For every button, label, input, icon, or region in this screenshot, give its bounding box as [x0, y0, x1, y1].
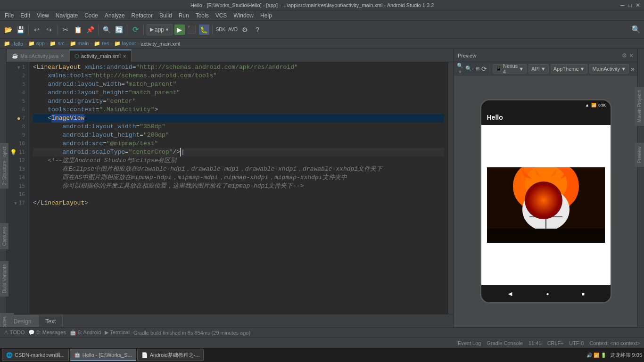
toolbar-cut-btn[interactable]: ✂	[60, 25, 71, 35]
wifi-icon: ▲	[585, 103, 589, 107]
taskbar-hello[interactable]: 🤖 Hello - [E:\Works_S...	[70, 349, 136, 361]
breadcrumb-item[interactable]: 📁	[4, 41, 10, 47]
sidebar-item-preview[interactable]: Preview	[635, 143, 644, 167]
preview-settings-icon[interactable]: ⚙	[622, 52, 627, 59]
menu-bar: File Edit View Navigate Code Analyze Ref…	[0, 10, 644, 21]
breadcrumb: 📁 Hello > 📁 app > 📁 src > 📁 main > 📁 res…	[0, 39, 644, 49]
nav-recent-icon: ■	[582, 291, 585, 296]
bc-hello[interactable]: Hello	[11, 41, 23, 47]
toolbar-search-btn[interactable]: 🔍	[631, 25, 641, 35]
bc-layout[interactable]: 📁 layout	[114, 41, 136, 47]
preview-header: Preview ⚙ ✕	[454, 49, 637, 62]
preview-zoom-in[interactable]: 🔍+	[457, 64, 463, 74]
menu-refactor[interactable]: Refactor	[129, 11, 156, 20]
api-dropdown[interactable]: API ▼	[528, 64, 549, 74]
build-status-text: Gradle build finished in 8s 854ms (29 mi…	[133, 330, 250, 336]
preview-fit[interactable]: ⊞	[476, 64, 479, 74]
preview-refresh[interactable]: ⟳	[481, 64, 487, 74]
activity-dropdown[interactable]: MainActivity ▼	[589, 64, 629, 74]
messages-btn[interactable]: 💬 0: Messages	[28, 329, 66, 336]
taskbar-csdn[interactable]: 🌐 CSDN-markdown编...	[2, 349, 69, 361]
svg-point-13	[549, 199, 559, 206]
debug-button[interactable]: 🐛	[199, 25, 209, 35]
code-line-7: <ImageView	[33, 114, 444, 123]
code-line-17: </LinearLayout>	[33, 199, 444, 207]
phone-content	[481, 125, 611, 285]
gradle-console-btn[interactable]: Gradle Console	[487, 340, 522, 346]
menu-tools[interactable]: Tools	[193, 11, 212, 20]
nav-home-icon: ●	[546, 291, 549, 296]
bottom-tab-text[interactable]: Text	[38, 315, 63, 327]
signal-icon: 📶	[591, 103, 596, 107]
menu-window[interactable]: Window	[231, 11, 256, 20]
gutter-line-11: 💡11	[7, 148, 29, 156]
tab-close-mainactivity[interactable]: ✕	[60, 53, 64, 58]
bc-res[interactable]: 📁 res	[94, 41, 109, 47]
bc-file[interactable]: activity_main.xml	[141, 41, 181, 47]
menu-code[interactable]: Code	[82, 11, 101, 20]
gutter-line-6: 6	[7, 106, 29, 114]
toolbar-redo-btn[interactable]: ↪	[44, 25, 54, 35]
svg-point-15	[552, 201, 556, 205]
device-dropdown[interactable]: 📱 Nexus 4 ▼	[493, 64, 527, 74]
sidebar-item-build-variants[interactable]: Build Variants	[0, 261, 8, 296]
tab-close-activity-main[interactable]: ✕	[123, 54, 126, 59]
toolbar-paste-btn[interactable]: 📌	[85, 25, 95, 35]
menu-edit[interactable]: Edit	[17, 11, 33, 20]
toolbar-help-btn[interactable]: ?	[252, 25, 263, 35]
android-btn[interactable]: 🤖 6: Android	[70, 329, 101, 336]
toolbar-sync-btn[interactable]: ⟳	[130, 25, 140, 35]
menu-file[interactable]: File	[2, 11, 17, 20]
close-button[interactable]: ✕	[636, 2, 640, 8]
taskbar-time: 龙龙终策 9:05	[610, 352, 642, 359]
app-dropdown[interactable]: ▶ app ▼	[147, 24, 173, 35]
toolbar-sep-5	[143, 25, 144, 35]
menu-navigate[interactable]: Navigate	[53, 11, 81, 20]
toolbar-settings-btn[interactable]: ⚙	[240, 25, 250, 35]
code-line-5: android:gravity="center"	[33, 97, 444, 106]
sidebar-item-structure[interactable]: 2: Structure	[0, 157, 8, 189]
theme-dropdown[interactable]: AppTheme ▼	[551, 64, 588, 74]
menu-view[interactable]: View	[34, 11, 52, 20]
todo-btn[interactable]: ⚠ TODO	[4, 329, 25, 336]
toolbar-sep-2	[57, 25, 58, 35]
sidebar-item-favorites[interactable]: 2: Favorites	[0, 313, 14, 327]
tab-mainactivity[interactable]: ☕ MainActivity.java ✕	[7, 49, 69, 62]
toolbar-sep-4	[127, 25, 127, 35]
preview-more[interactable]: »	[631, 64, 635, 74]
toolbar-replace-btn[interactable]: 🔄	[114, 25, 124, 35]
toolbar-copy-btn[interactable]: 📋	[73, 25, 83, 35]
code-line-15: 你可以根据你的开发工具放在相应位置，这里我的图片放在了mipmap-hdpi文件…	[33, 182, 444, 190]
terminal-btn[interactable]: ▶ Terminal	[105, 329, 129, 336]
toolbar-sdk-btn[interactable]: SDK	[215, 25, 226, 35]
taskbar-android[interactable]: 📄 Android基础教程之-...	[137, 349, 204, 361]
code-editor[interactable]: <LinearLayout xmlns:android="http://sche…	[29, 62, 448, 314]
menu-vcs[interactable]: VCS	[213, 11, 230, 20]
toolbar-sep-1	[28, 25, 29, 35]
event-log-btn[interactable]: Event Log	[458, 340, 481, 346]
menu-help[interactable]: Help	[257, 11, 275, 20]
stop-btn[interactable]: ⬛	[187, 25, 197, 35]
menu-analyze[interactable]: Analyze	[102, 11, 128, 20]
tab-activity-main[interactable]: ⬡ activity_main.xml ✕	[69, 49, 132, 62]
sidebar-item-maven[interactable]: Maven Projects	[635, 87, 644, 126]
gutter-line-9: 9	[7, 131, 29, 140]
preview-close-icon[interactable]: ✕	[629, 52, 634, 59]
maximize-button[interactable]: □	[628, 2, 632, 8]
sidebar-item-captures[interactable]: Captures	[0, 223, 8, 249]
gutter-line-1: ▼1	[7, 63, 29, 72]
bc-src[interactable]: 📁 src	[50, 41, 65, 47]
preview-zoom-out[interactable]: 🔍-	[465, 64, 474, 74]
toolbar-save-btn[interactable]: 💾	[15, 25, 25, 35]
toolbar-undo-btn[interactable]: ↩	[32, 25, 42, 35]
minimize-button[interactable]: ─	[620, 2, 625, 8]
toolbar-find-btn[interactable]: 🔍	[101, 25, 112, 35]
toolbar-avd-btn[interactable]: AVD	[228, 25, 238, 35]
toolbar-open-btn[interactable]: 📂	[3, 25, 13, 35]
menu-build[interactable]: Build	[157, 11, 175, 20]
bc-app[interactable]: 📁 app	[28, 41, 45, 47]
menu-run[interactable]: Run	[176, 11, 192, 20]
run-button[interactable]: ▶	[174, 25, 185, 35]
status-context: Context: <no context>	[589, 340, 640, 346]
bc-main[interactable]: 📁 main	[70, 41, 89, 47]
